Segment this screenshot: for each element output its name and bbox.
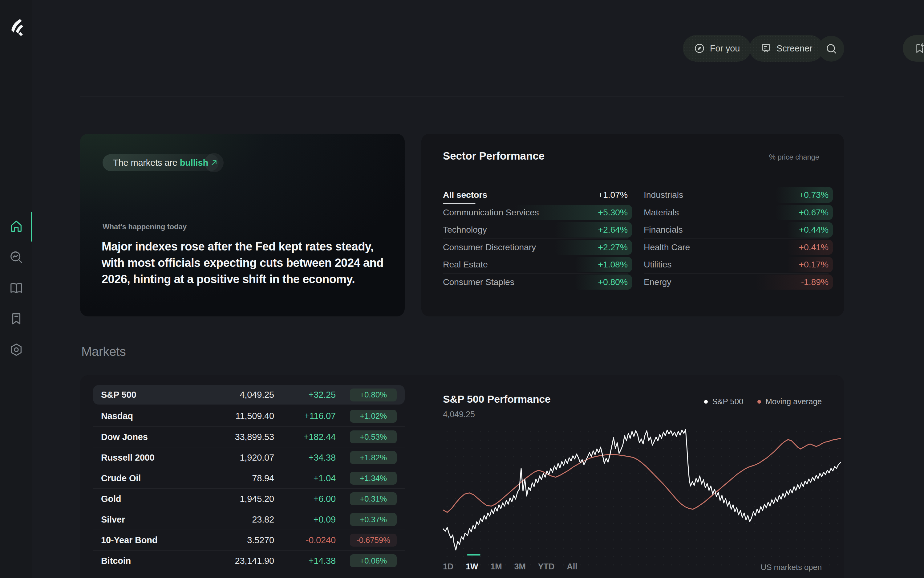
market-row-silver[interactable]: Silver 23.82 +0.09 +0.37% [93,509,405,529]
sector-row-all[interactable]: All sectors +1.07% [443,186,628,204]
search-icon [825,43,837,55]
legend-item-sp500: S&P 500 [704,397,743,406]
sector-pct: +0.73% [799,190,829,200]
market-pct-badge: +1.82% [350,451,397,464]
market-row-crude-oil[interactable]: Crude Oil 78.94 +1.04 +1.34% [93,468,405,488]
active-range-indicator [467,554,480,555]
sector-row[interactable]: Industrials +0.73% [644,186,828,204]
app-logo [9,18,24,36]
sentiment-prefix: The markets are [113,158,180,168]
sentiment-link-button[interactable] [204,153,224,172]
market-name: Dow Jones [101,432,197,442]
market-change: +32.25 [274,390,336,400]
sector-row[interactable]: Energy -1.89% [644,273,828,291]
range-tab-3m[interactable]: 3M [514,562,526,572]
home-icon [9,219,23,234]
market-name: S&P 500 [101,390,197,400]
sector-pct: +2.27% [598,242,628,252]
sidebar-item-home[interactable] [9,219,23,234]
range-tab-ytd[interactable]: YTD [538,562,555,572]
screener-label: Screener [776,44,812,54]
market-change: +6.00 [274,494,336,504]
market-change: -0.0240 [274,535,336,546]
save-for-later-button[interactable] [903,35,924,62]
sector-pct: +0.80% [598,277,628,287]
sector-pct: -1.89% [801,277,828,287]
market-value: 23.82 [197,515,274,525]
market-row-bitcoin[interactable]: Bitcoin 23,141.90 +14.38 +0.06% [93,550,405,571]
sidebar-item-explore[interactable] [9,250,23,265]
market-row-dow-jones[interactable]: Dow Jones 33,899.53 +182.44 +0.53% [93,426,405,447]
markets-card: S&P 500 4,049.25 +32.25 +0.80% Nasdaq 11… [80,375,844,578]
market-pct-badge: +1.02% [350,410,397,423]
market-name: Nasdaq [101,411,197,421]
sidebar-item-settings[interactable] [9,343,23,357]
market-name: Silver [101,515,197,525]
sector-pct: +1.08% [598,260,628,270]
range-tab-1d[interactable]: 1D [443,562,453,572]
sector-row[interactable]: Technology +2.64% [443,221,628,239]
market-row-nasdaq[interactable]: Nasdaq 11,509.40 +116.07 +1.02% [93,406,405,426]
for-you-label: For you [710,44,740,54]
sidebar-item-learn[interactable] [9,281,23,295]
moving-average-line [443,438,841,512]
sector-row[interactable]: Materials +0.67% [644,204,828,221]
market-status: US markets open [761,563,822,572]
range-tab-all[interactable]: All [567,562,577,572]
hero-headline: Major indexes rose after the Fed kept ra… [102,239,390,287]
hexagon-target-icon [9,343,23,357]
market-value: 11,509.40 [197,411,274,421]
market-pct-badge: -0.6759% [350,534,397,547]
hero-eyebrow: What's happening today [102,222,186,231]
range-tab-1m[interactable]: 1M [490,562,502,572]
range-tab-1w[interactable]: 1W [466,562,478,572]
compass-icon [694,43,705,54]
sector-label: Communication Services [443,207,539,218]
market-row-sp500[interactable]: S&P 500 4,049.25 +32.25 +0.80% [93,385,405,404]
markets-table: S&P 500 4,049.25 +32.25 +0.80% Nasdaq 11… [93,385,405,571]
market-pct-badge: +0.06% [350,554,397,567]
sector-label: Health Care [644,242,690,252]
sector-pct: +2.64% [598,225,628,235]
sector-row[interactable]: Financials +0.44% [644,221,828,239]
sector-column-left: All sectors +1.07% Communication Service… [443,186,628,291]
sidebar [0,0,32,578]
sector-row[interactable]: Communication Services +5.30% [443,204,628,221]
sector-unit-label: % price change [769,153,819,161]
market-row-russell-2000[interactable]: Russell 2000 1,920.07 +34.38 +1.82% [93,447,405,468]
sector-row[interactable]: Real Estate +1.08% [443,256,628,273]
sp500-line [443,430,841,550]
market-value: 3.5270 [197,535,274,546]
market-value: 4,049.25 [197,390,274,400]
header-divider [80,96,844,96]
market-row-10-year-bond[interactable]: 10-Year Bond 3.5270 -0.0240 -0.6759% [93,529,405,550]
hero-card[interactable]: The markets are bullish What's happening… [80,134,405,317]
market-row-gold[interactable]: Gold 1,945.20 +6.00 +0.31% [93,488,405,509]
sector-pct: +0.44% [799,225,829,235]
sector-row[interactable]: Utilities +0.17% [644,256,828,273]
sentiment-value: bullish [180,158,208,168]
sector-row[interactable]: Health Care +0.41% [644,239,828,256]
market-name: Russell 2000 [101,453,197,463]
market-sentiment-pill[interactable]: The markets are bullish [102,154,219,171]
sector-label: Energy [644,277,671,287]
sector-label: Real Estate [443,260,488,270]
sector-row[interactable]: Consumer Staples +0.80% [443,273,628,291]
chart-title: S&P 500 Performance [443,393,551,405]
for-you-button[interactable]: For you [683,35,751,62]
market-change: +34.38 [274,453,336,463]
sidebar-active-indicator [31,212,32,242]
sector-row[interactable]: Consumer Discretionary +2.27% [443,239,628,256]
market-pct-badge: +0.37% [350,513,397,526]
sector-label: Consumer Staples [443,277,514,287]
book-icon [9,281,23,295]
screener-button[interactable]: Screener [749,35,823,62]
sector-label: Financials [644,225,683,235]
sector-card-title: Sector Performance [443,150,545,162]
sidebar-item-saved[interactable] [9,312,23,326]
sector-pct: +5.30% [598,207,628,218]
search-button[interactable] [819,36,844,62]
market-change: +182.44 [274,432,336,442]
arrow-up-right-icon [210,159,218,167]
sp500-performance-chart[interactable] [443,428,841,566]
